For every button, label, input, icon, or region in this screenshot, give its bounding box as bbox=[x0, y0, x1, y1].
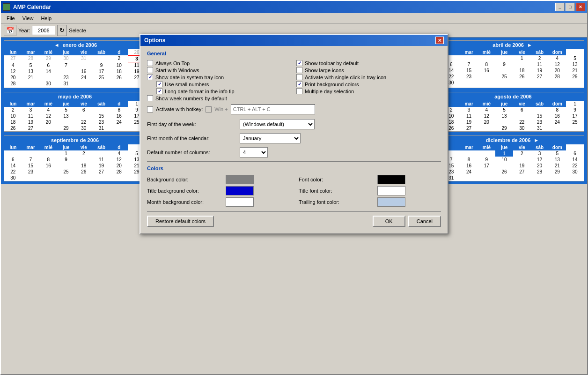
color-font-label: Font color: bbox=[299, 177, 374, 182]
option-show-large-icons: Show large icons bbox=[296, 67, 441, 73]
colors-right: Font color: Title font color: Trailing f… bbox=[299, 175, 441, 207]
label-long-date-format: Long date format in the info tip bbox=[165, 89, 235, 94]
cb-show-toolbar[interactable] bbox=[296, 60, 302, 66]
label-show-large-icons: Show large icons bbox=[305, 68, 344, 73]
color-title-font-label: Title font color: bbox=[299, 188, 374, 194]
cb-activate-single-click[interactable] bbox=[296, 74, 302, 80]
option-long-date-format: Long date format in the info tip bbox=[147, 88, 292, 94]
color-title-font-row: Title font color: bbox=[299, 186, 441, 195]
main-window: AMP Calendar _ □ ✕ File View Help 📅 Year… bbox=[0, 0, 588, 375]
hotkey-input[interactable] bbox=[231, 104, 315, 114]
dialog-title-text: Options bbox=[144, 37, 165, 44]
label-print-bg-colors: Print background colors bbox=[305, 82, 359, 87]
option-always-on-top: Always On Top bbox=[147, 60, 292, 66]
win-label: Win + bbox=[214, 106, 228, 112]
color-month-bg-swatch[interactable] bbox=[226, 197, 254, 207]
first-day-row: First day of the week: (Windows default)… bbox=[147, 119, 441, 129]
cb-win[interactable] bbox=[206, 106, 212, 112]
restore-colors-button[interactable]: Restore default colors bbox=[147, 216, 214, 227]
option-show-toolbar: Show toolbar by default bbox=[296, 60, 441, 66]
colors-section: Colors Background color: Title backgroun… bbox=[147, 161, 441, 207]
default-columns-row: Default number of columns: 4 1 2 3 bbox=[147, 147, 441, 158]
cb-long-date-format[interactable] bbox=[156, 88, 162, 94]
label-start-windows: Start with Windows bbox=[155, 68, 199, 73]
general-section-title: General bbox=[147, 51, 441, 56]
option-show-date-tray: Show date in system tray icon bbox=[147, 74, 292, 80]
color-bg-label: Background color: bbox=[147, 177, 222, 182]
cb-show-week-numbers[interactable] bbox=[147, 95, 153, 101]
option-use-small-numbers: Use small numbers bbox=[147, 81, 292, 87]
dialog-body: General Always On Top Start with Windows bbox=[140, 46, 448, 233]
cb-use-small-numbers[interactable] bbox=[156, 81, 162, 87]
color-trailing-font-swatch[interactable] bbox=[377, 197, 405, 207]
options-right-col: Show toolbar by default Show large icons… bbox=[296, 60, 441, 101]
colors-section-title: Colors bbox=[147, 165, 441, 171]
label-activate-single-click: Activate with single click in tray icon bbox=[305, 75, 386, 80]
color-month-bg-label: Month background color: bbox=[147, 199, 222, 205]
hotkey-row: Activate with hotkey: Win + bbox=[147, 104, 441, 114]
color-title-font-swatch[interactable] bbox=[377, 186, 405, 195]
first-month-select[interactable]: January February bbox=[240, 133, 301, 143]
cb-print-bg-colors[interactable] bbox=[296, 81, 302, 87]
label-use-small-numbers: Use small numbers bbox=[165, 82, 209, 87]
dialog-close-button[interactable]: ✕ bbox=[435, 37, 444, 44]
ok-button[interactable]: OK bbox=[373, 216, 405, 227]
default-columns-select[interactable]: 4 1 2 3 bbox=[240, 147, 268, 158]
option-multiple-day: Multiple day selection bbox=[296, 88, 441, 94]
first-month-row: First month of the calendar: January Feb… bbox=[147, 133, 441, 143]
label-activate-hotkey: Activate with hotkey: bbox=[156, 106, 203, 112]
cb-multiple-day[interactable] bbox=[296, 88, 302, 94]
color-bg-swatch[interactable] bbox=[226, 175, 254, 184]
ok-cancel-buttons: OK Cancel bbox=[373, 216, 441, 227]
cb-activate-hotkey[interactable] bbox=[147, 106, 153, 112]
options-left-col: Always On Top Start with Windows Show da… bbox=[147, 60, 292, 101]
options-dialog: Options ✕ General Always On Top bbox=[140, 34, 448, 234]
color-title-bg-label: Title background color: bbox=[147, 188, 222, 194]
color-font-row: Font color: bbox=[299, 175, 441, 184]
first-month-label: First month of the calendar: bbox=[147, 135, 236, 141]
dialog-title-bar: Options ✕ bbox=[140, 35, 448, 46]
label-show-week-numbers: Show week numbers by default bbox=[155, 96, 227, 101]
cb-start-windows[interactable] bbox=[147, 67, 153, 73]
dialog-buttons: Restore default colors OK Cancel bbox=[147, 211, 441, 229]
default-columns-label: Default number of columns: bbox=[147, 150, 236, 155]
first-day-label: First day of the week: bbox=[147, 121, 236, 127]
label-show-date-tray: Show date in system tray icon bbox=[155, 75, 224, 80]
cb-show-large-icons[interactable] bbox=[296, 67, 302, 73]
label-always-on-top: Always On Top bbox=[155, 60, 190, 66]
color-title-bg-row: Title background color: bbox=[147, 186, 289, 195]
cb-show-date-tray[interactable] bbox=[147, 74, 153, 80]
first-day-select[interactable]: (Windows default) Monday Sunday bbox=[240, 119, 315, 129]
color-font-swatch[interactable] bbox=[377, 175, 405, 184]
option-print-bg-colors: Print background colors bbox=[296, 81, 441, 87]
option-show-week-numbers: Show week numbers by default bbox=[147, 95, 292, 101]
option-start-windows: Start with Windows bbox=[147, 67, 292, 73]
colors-left: Background color: Title background color… bbox=[147, 175, 289, 207]
cancel-button[interactable]: Cancel bbox=[408, 216, 441, 227]
cb-always-on-top[interactable] bbox=[147, 60, 153, 66]
color-trailing-font-label: Trailing font color: bbox=[299, 199, 374, 205]
color-month-bg-row: Month background color: bbox=[147, 197, 289, 207]
label-multiple-day: Multiple day selection bbox=[305, 89, 354, 94]
label-show-toolbar: Show toolbar by default bbox=[305, 60, 359, 66]
color-bg-row: Background color: bbox=[147, 175, 289, 184]
color-trailing-font-row: Trailing font color: bbox=[299, 197, 441, 207]
option-activate-single-click: Activate with single click in tray icon bbox=[296, 74, 441, 80]
color-title-bg-swatch[interactable] bbox=[226, 186, 254, 195]
dialog-overlay: Options ✕ General Always On Top bbox=[1, 1, 587, 374]
colors-grid: Background color: Title background color… bbox=[147, 175, 441, 207]
